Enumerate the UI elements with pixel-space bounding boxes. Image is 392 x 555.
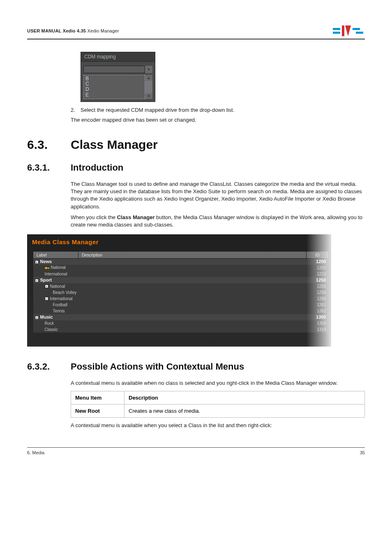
cdm-drive-dropdown-button[interactable]: ▼: [145, 66, 152, 73]
id-cell[interactable]: 1200: [307, 259, 329, 265]
scroll-up-icon[interactable]: ▲: [145, 75, 152, 81]
table-row[interactable]: International1210: [33, 271, 329, 277]
description-cell[interactable]: [78, 289, 307, 296]
description-cell[interactable]: [78, 302, 307, 308]
table-row[interactable]: -Music1300: [33, 314, 329, 320]
cdm-drive-item[interactable]: E: [85, 92, 143, 98]
label-cell[interactable]: International: [33, 271, 78, 277]
svg-rect-0: [333, 28, 340, 30]
id-cell[interactable]: 1261: [307, 302, 329, 308]
cdm-drive-item[interactable]: D: [85, 87, 143, 92]
table-row[interactable]: -National1255: [33, 283, 329, 289]
section-6-3-heading: 6.3. Class Manager: [27, 138, 365, 152]
id-cell[interactable]: 1262: [307, 308, 329, 314]
id-cell[interactable]: 1260: [307, 296, 329, 302]
label-cell[interactable]: -International: [33, 296, 78, 302]
page-header: USER MANUAL Xedio 4.35 Xedio Manager: [27, 25, 365, 39]
description-cell[interactable]: [78, 320, 307, 326]
description-cell[interactable]: [78, 283, 307, 289]
id-cell[interactable]: 1250: [307, 277, 329, 283]
header-product: Xedio 4.35: [63, 28, 86, 33]
context-menu-paragraph-2: A contextual menu is available when you …: [71, 422, 365, 429]
cdm-tab[interactable]: CDM mapping: [81, 52, 155, 62]
label-cell[interactable]: Rock: [33, 320, 78, 326]
tree-toggle-icon[interactable]: -: [35, 279, 39, 282]
table-row[interactable]: -International1260: [33, 296, 329, 302]
followup-text: The encoder mapped drive has been set or…: [71, 116, 365, 124]
class-label: Football: [53, 303, 68, 307]
tree-toggle-icon[interactable]: -: [35, 316, 39, 319]
chevron-down-icon: ▼: [147, 67, 151, 72]
svg-point-6: [45, 267, 47, 269]
label-cell[interactable]: Tennis: [33, 308, 78, 314]
subsection-title: Possible Actions with Contextual Menus: [71, 361, 244, 372]
cdm-scrollbar[interactable]: ▲ ▼: [145, 75, 152, 99]
step-text: Select the requested CDM mapped drive fr…: [81, 107, 365, 113]
class-label: International: [45, 272, 67, 276]
table-row[interactable]: Football1261: [33, 302, 329, 308]
svg-rect-8: [48, 268, 49, 269]
id-cell[interactable]: 1310: [307, 326, 329, 333]
description-cell[interactable]: [78, 265, 307, 271]
id-cell[interactable]: 1210: [307, 271, 329, 277]
intro-p2-a: When you click the: [71, 214, 117, 220]
class-label: Tennis: [53, 309, 65, 313]
description-cell[interactable]: [78, 326, 307, 333]
subsection-number: 6.3.1.: [27, 162, 71, 173]
tree-toggle-icon[interactable]: -: [45, 284, 48, 288]
label-cell[interactable]: -Music: [33, 314, 78, 320]
label-cell[interactable]: -Sport: [33, 277, 78, 283]
description-cell[interactable]: [78, 314, 307, 320]
description-cell[interactable]: [78, 259, 307, 265]
step-2: 2. Select the requested CDM mapped drive…: [71, 107, 365, 113]
label-cell[interactable]: Beach Volley: [33, 289, 78, 296]
tree-toggle-icon[interactable]: -: [35, 260, 39, 264]
cdm-drive-item[interactable]: B: [85, 76, 143, 81]
description-cell[interactable]: [78, 277, 307, 283]
header-module: Xedio Manager: [87, 28, 119, 33]
id-cell[interactable]: 1300: [307, 314, 329, 320]
table-row[interactable]: Beach Volley1256: [33, 289, 329, 296]
svg-rect-5: [356, 32, 363, 34]
intro-paragraph-2: When you click the Class Manager button,…: [71, 214, 365, 229]
table-row[interactable]: -Sport1250: [33, 277, 329, 283]
footer-left: 6. Media: [27, 450, 44, 455]
subsection-number: 6.3.2.: [27, 361, 71, 372]
table-row[interactable]: -News1200: [33, 259, 329, 265]
label-cell[interactable]: -News: [33, 259, 78, 265]
description-cell[interactable]: [78, 308, 307, 314]
description-cell[interactable]: [78, 296, 307, 302]
cdm-mapping-panel: CDM mapping ▼ B C D E ▲ ▼: [81, 52, 155, 102]
label-cell[interactable]: -National: [33, 283, 78, 289]
description-cell[interactable]: [78, 271, 307, 277]
svg-rect-1: [333, 32, 340, 34]
id-cell[interactable]: 1255: [307, 283, 329, 289]
scroll-track[interactable]: [145, 81, 152, 93]
id-cell[interactable]: 1305: [307, 320, 329, 326]
cdm-drive-select[interactable]: [83, 66, 145, 73]
table-row[interactable]: Classic1310: [33, 326, 329, 333]
label-cell[interactable]: National: [33, 265, 78, 271]
col-label[interactable]: Label: [33, 252, 78, 259]
tree-toggle-icon[interactable]: -: [45, 297, 48, 301]
svg-rect-2: [342, 25, 344, 36]
table-row[interactable]: Rock1305: [33, 320, 329, 326]
class-label: National: [51, 265, 66, 270]
table-row[interactable]: National1205: [33, 265, 329, 271]
label-cell[interactable]: Football: [33, 302, 78, 308]
media-class-manager-title: Media Class Manager: [27, 234, 331, 251]
intro-paragraph-1: The Class Manager tool is used to define…: [71, 180, 365, 210]
table-row[interactable]: Tennis1262: [33, 308, 329, 314]
header-manual: USER MANUAL: [27, 28, 61, 33]
cdm-drive-list[interactable]: B C D E: [83, 75, 145, 99]
class-label: Music: [40, 314, 53, 319]
label-cell[interactable]: Classic: [33, 326, 78, 333]
subsection-title: Introduction: [71, 162, 123, 173]
id-cell[interactable]: 1205: [307, 265, 329, 271]
col-id[interactable]: ID: [307, 252, 329, 259]
cdm-drive-item[interactable]: C: [85, 81, 143, 87]
scroll-down-icon[interactable]: ▼: [145, 93, 152, 99]
col-description[interactable]: Description: [78, 252, 307, 259]
evs-logo: [332, 25, 365, 37]
id-cell[interactable]: 1256: [307, 289, 329, 296]
